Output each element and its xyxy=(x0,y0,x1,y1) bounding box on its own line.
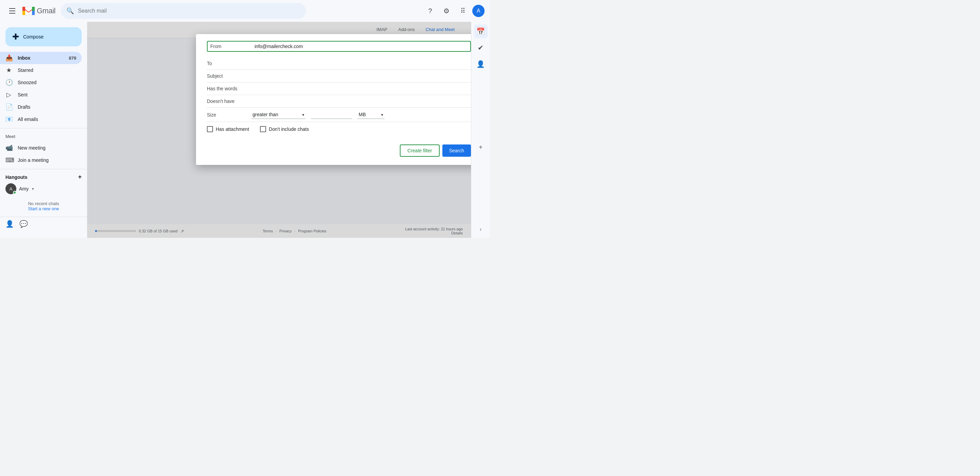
doesnt-have-row: Doesn't have xyxy=(207,95,471,108)
search-button[interactable]: Search xyxy=(442,144,471,157)
help-icon[interactable]: ? xyxy=(423,4,437,18)
no-recent-chats: No recent chats Start a new one xyxy=(0,196,87,217)
starred-icon: ★ xyxy=(5,66,12,74)
to-label: To xyxy=(207,61,255,66)
svg-rect-4 xyxy=(32,11,35,15)
top-bar: Gmail 🔍 ? ⚙ ⠿ A xyxy=(0,0,490,22)
svg-rect-3 xyxy=(22,11,25,15)
has-words-label: Has the words xyxy=(207,86,255,91)
sidebar-item-drafts[interactable]: 📄 Drafts xyxy=(0,101,82,113)
right-panel: 📅 ✔ 👤 + › xyxy=(471,22,490,238)
snoozed-label: Snoozed xyxy=(18,80,76,85)
sidebar-item-sent[interactable]: ▷ Sent xyxy=(0,89,82,101)
compose-plus-icon: ✚ xyxy=(12,33,19,41)
subject-row: Subject xyxy=(207,70,471,83)
start-new-link[interactable]: Start a new one xyxy=(5,206,82,211)
size-unit-select[interactable]: MB KB Bytes xyxy=(357,110,385,119)
contacts-icon[interactable]: 👤 xyxy=(5,220,14,228)
sidebar-divider xyxy=(0,128,87,128)
compose-label: Compose xyxy=(23,34,43,40)
sidebar-item-snoozed[interactable]: 🕐 Snoozed xyxy=(0,76,82,89)
hangouts-user-name: Amy xyxy=(19,186,29,192)
dont-include-chats-checkbox[interactable] xyxy=(260,126,266,132)
has-attachment-checkbox[interactable] xyxy=(207,126,213,132)
size-comparator-select[interactable]: greater than less than xyxy=(251,110,305,119)
new-meeting-label: New meeting xyxy=(18,145,76,150)
size-comparator-wrapper: greater than less than ▾ xyxy=(251,110,305,119)
inbox-label: Inbox xyxy=(18,55,63,61)
online-status-dot xyxy=(13,191,16,194)
top-right-icons: ? ⚙ ⠿ A xyxy=(423,4,485,18)
has-attachment-checkbox-item[interactable]: Has attachment xyxy=(207,126,249,132)
create-filter-button[interactable]: Create filter xyxy=(400,144,439,157)
to-input[interactable] xyxy=(255,61,471,66)
sidebar-bottom-icons: 👤 💬 xyxy=(0,217,87,231)
checkboxes-row: Has attachment Don't include chats xyxy=(207,122,471,136)
subject-input[interactable] xyxy=(255,73,471,79)
inbox-count: 879 xyxy=(69,56,76,61)
size-row: Size greater than less than ▾ MB KB Byte… xyxy=(207,108,471,122)
snoozed-icon: 🕐 xyxy=(5,79,12,86)
size-value-input[interactable] xyxy=(311,110,352,119)
dont-include-chats-label: Don't include chats xyxy=(269,126,309,132)
hangouts-divider xyxy=(0,169,87,169)
gmail-logo: Gmail xyxy=(22,6,56,16)
content-area: IMAP Add-ons Chat and Meet Unblock selec… xyxy=(87,22,471,238)
right-panel-contacts-icon[interactable]: 👤 xyxy=(474,57,488,71)
right-panel-expand-icon[interactable]: › xyxy=(477,224,484,235)
all-emails-icon: 📧 xyxy=(5,115,12,123)
hangouts-add-icon[interactable]: + xyxy=(78,173,82,180)
meet-label: Meet xyxy=(0,131,87,142)
sidebar-item-inbox[interactable]: 📥 Inbox 879 xyxy=(0,52,82,64)
main-layout: ✚ Compose 📥 Inbox 879 ★ Starred 🕐 Snooze… xyxy=(0,22,490,238)
compose-button[interactable]: ✚ Compose xyxy=(5,27,82,46)
all-emails-label: All emails xyxy=(18,117,76,122)
doesnt-have-input[interactable] xyxy=(255,99,471,104)
doesnt-have-label: Doesn't have xyxy=(207,99,255,104)
sidebar-item-new-meeting[interactable]: 📹 New meeting xyxy=(0,142,82,154)
search-icon: 🔍 xyxy=(66,7,74,14)
hamburger-icon[interactable] xyxy=(5,4,19,18)
inbox-icon: 📥 xyxy=(5,54,12,62)
from-row: From xyxy=(207,41,471,52)
subject-label: Subject xyxy=(207,73,255,79)
size-unit-wrapper: MB KB Bytes ▾ xyxy=(357,110,385,119)
sidebar-item-all-emails[interactable]: 📧 All emails xyxy=(0,113,82,125)
sidebar-item-starred[interactable]: ★ Starred xyxy=(0,64,82,76)
hangouts-header: Hangouts + xyxy=(0,172,87,182)
action-buttons: Create filter Search xyxy=(207,142,471,157)
chat-icon[interactable]: 💬 xyxy=(19,220,28,228)
starred-label: Starred xyxy=(18,67,76,73)
sidebar: ✚ Compose 📥 Inbox 879 ★ Starred 🕐 Snooze… xyxy=(0,22,87,238)
right-panel-add-icon[interactable]: + xyxy=(476,141,485,154)
hangouts-dropdown-icon: ▾ xyxy=(32,187,34,191)
from-input[interactable] xyxy=(255,44,468,49)
gmail-m-icon xyxy=(22,6,35,16)
sent-icon: ▷ xyxy=(5,91,12,99)
search-input[interactable] xyxy=(78,8,301,14)
sent-label: Sent xyxy=(18,92,76,97)
sidebar-item-join-meeting[interactable]: ⌨ Join a meeting xyxy=(0,154,82,166)
dont-include-chats-checkbox-item[interactable]: Don't include chats xyxy=(260,126,309,132)
has-attachment-label: Has attachment xyxy=(216,126,249,132)
filter-modal: From To Subject Has the words Doesn't ha… xyxy=(196,34,471,165)
has-words-input[interactable] xyxy=(255,86,471,91)
join-meeting-icon: ⌨ xyxy=(5,157,12,164)
hangouts-avatar: A xyxy=(5,183,16,194)
hangouts-user-item[interactable]: A Amy ▾ xyxy=(0,182,87,196)
settings-icon[interactable]: ⚙ xyxy=(440,4,453,18)
has-words-row: Has the words xyxy=(207,83,471,95)
gmail-label: Gmail xyxy=(37,6,56,15)
right-panel-calendar-icon[interactable]: 📅 xyxy=(474,24,488,38)
drafts-icon: 📄 xyxy=(5,103,12,111)
avatar[interactable]: A xyxy=(472,5,485,17)
from-label: From xyxy=(210,44,255,49)
size-label: Size xyxy=(207,112,251,118)
right-panel-tasks-icon[interactable]: ✔ xyxy=(474,41,488,54)
hangouts-label: Hangouts xyxy=(5,174,27,180)
apps-icon[interactable]: ⠿ xyxy=(456,4,469,18)
search-bar[interactable]: 🔍 xyxy=(61,3,306,19)
join-meeting-label: Join a meeting xyxy=(18,157,76,163)
new-meeting-icon: 📹 xyxy=(5,144,12,152)
to-row: To xyxy=(207,57,471,70)
